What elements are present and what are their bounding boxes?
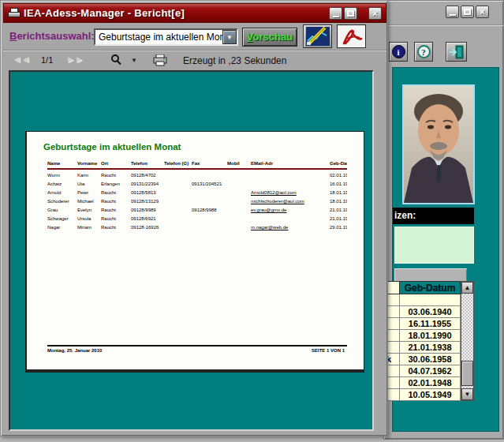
report-table-row: ArnoldPeterRaucht09128/5813Arnold0812@ao… xyxy=(47,189,347,198)
report-column-header: Telefon (G) xyxy=(164,160,192,167)
report-table-row: SchodererMichaelRaucht09128/13129michlsc… xyxy=(47,198,347,207)
grid-date-cell[interactable]: 03.06.1940 xyxy=(400,306,461,318)
print-button[interactable] xyxy=(153,54,167,69)
report-table-cell: Raucht xyxy=(101,224,131,233)
grid-date-cell[interactable]: 30.06.1958 xyxy=(400,354,461,365)
zoom-button[interactable] xyxy=(111,54,124,67)
grid-row: 18.01.1990 xyxy=(384,330,461,342)
report-table-cell xyxy=(192,172,227,181)
label-accel-char: B xyxy=(9,30,17,42)
maximize-button[interactable] xyxy=(344,7,357,20)
preview-accel-char: V xyxy=(247,31,253,43)
grid-date-cell[interactable] xyxy=(400,294,461,306)
title-bar[interactable]: IEA-Adess-Manager - Bericht[e] × xyxy=(3,3,386,23)
report-table-cell: Raucht xyxy=(101,198,131,207)
header-separator-line xyxy=(47,168,347,170)
preview-button[interactable]: Vorschau xyxy=(242,28,297,47)
grid-date-cell[interactable]: 04.07.1962 xyxy=(400,365,461,377)
report-table-cell xyxy=(192,198,227,207)
report-table-cell: Miriam xyxy=(77,224,101,233)
desktop: × i ? xyxy=(0,0,504,442)
report-window: IEA-Adess-Manager - Bericht[e] × Bericht… xyxy=(0,0,388,436)
zoom-dropdown-button[interactable]: ▼ xyxy=(131,57,137,64)
report-table-cell: 09131/204521 xyxy=(192,181,227,189)
report-table-cell xyxy=(227,172,251,181)
info-button[interactable]: i xyxy=(389,42,408,62)
notes-section-label: izen: xyxy=(393,208,474,224)
report-table-cell xyxy=(251,181,330,189)
report-table-cell: 02.01.1946 xyxy=(330,172,347,181)
report-table-cell xyxy=(164,189,192,198)
notes-textarea[interactable] xyxy=(394,227,474,264)
report-table-cell: ev.grau@gmx.de xyxy=(251,207,330,215)
report-table-cell xyxy=(192,215,227,224)
report-table-cell: 09128/4702 xyxy=(131,172,164,181)
minimize-button[interactable] xyxy=(446,6,459,18)
report-table-cell: Wurm xyxy=(47,172,77,181)
report-table-cell: Raucht xyxy=(101,207,131,215)
first-page-button[interactable]: ◀ xyxy=(14,55,20,63)
report-table-cell: Achatz xyxy=(47,181,77,189)
scroll-up-button[interactable]: ▲ xyxy=(461,282,473,294)
last-page-button[interactable]: ▶ xyxy=(77,55,82,63)
grid-date-cell[interactable]: 21.01.1938 xyxy=(400,342,461,354)
grid-row: 10.05.1949 xyxy=(384,389,461,401)
close-button[interactable]: × xyxy=(368,7,382,20)
report-table-cell xyxy=(164,224,192,233)
help-button[interactable]: ? xyxy=(414,42,433,62)
minimize-button[interactable] xyxy=(329,7,342,20)
grid-date-cell[interactable]: 02.01.1948 xyxy=(400,377,461,389)
next-page-button[interactable]: ▶ xyxy=(68,55,73,63)
grid-date-cell[interactable]: 16.11.1955 xyxy=(400,318,461,330)
grid-row: 21.01.1938 xyxy=(384,342,461,354)
report-table-cell: 09128-16926 xyxy=(131,224,164,233)
close-button[interactable]: × xyxy=(476,6,489,18)
page-indicator: 1/1 xyxy=(41,55,53,65)
report-select-combobox[interactable]: Geburtstage im aktuellen Monat ▼ xyxy=(94,28,238,46)
magnifier-icon xyxy=(111,54,119,62)
report-table-cell xyxy=(227,189,251,198)
scrollbar-thumb[interactable] xyxy=(461,361,473,386)
exit-button[interactable] xyxy=(446,42,467,62)
report-preview-area[interactable]: Geburtstage im aktuellen Monat NameVorna… xyxy=(9,70,374,431)
combobox-value: Geburtstage im aktuellen Monat xyxy=(99,32,233,43)
scroll-down-button[interactable]: ▼ xyxy=(461,388,473,400)
grid-date-cell[interactable]: 10.05.1949 xyxy=(400,389,461,401)
previous-page-button[interactable]: ◀ xyxy=(23,55,28,63)
report-table-cell: 09128/9988 xyxy=(192,207,227,215)
report-column-header: Geb-Datum xyxy=(330,160,347,167)
report-table-cell: 09128/13129 xyxy=(131,198,164,207)
report-table-cell: Erlangen xyxy=(101,181,131,189)
close-icon: × xyxy=(480,7,484,17)
report-table-row: WurmKarinRaucht09128/470202.01.1946 xyxy=(47,172,347,181)
report-table-cell: m.nagar@web.de xyxy=(251,224,330,233)
toolbar-separator xyxy=(386,24,503,26)
report-table-cell xyxy=(227,181,251,189)
background-window-controls: × xyxy=(446,6,489,18)
report-table-cell xyxy=(227,207,251,215)
window-title: IEA-Adess-Manager - Bericht[e] xyxy=(24,7,185,19)
grid-header-geb-datum[interactable]: Geb-Datum xyxy=(400,281,461,294)
report-table-cell: Raucht xyxy=(101,189,131,198)
report-table-cell: Schoderer xyxy=(47,198,77,207)
combobox-dropdown-button[interactable]: ▼ xyxy=(222,30,237,44)
report-table-cell xyxy=(227,224,251,233)
printer-icon xyxy=(153,54,167,66)
report-column-header: Telefon xyxy=(131,160,164,167)
preview-rest: orschau xyxy=(253,31,293,43)
maximize-button[interactable] xyxy=(461,6,474,18)
report-table-cell xyxy=(164,215,192,224)
info-icon: i xyxy=(392,45,405,58)
report-table-cell: 18.01.1990 xyxy=(330,198,347,207)
minimize-icon xyxy=(450,14,456,16)
report-title: Geburtstage im aktuellen Monat xyxy=(43,142,181,152)
grid-scrollbar[interactable]: ▲ ▼ xyxy=(461,281,474,401)
export-chart-button[interactable] xyxy=(303,24,332,48)
grid-body: 03.06.194016.11.195518.01.199021.01.1938… xyxy=(384,294,461,401)
pdf-acrobat-icon xyxy=(340,27,364,46)
export-pdf-button[interactable] xyxy=(337,24,366,48)
report-page: Geburtstage im aktuellen Monat NameVorna… xyxy=(25,131,364,373)
report-table-cell: Grau xyxy=(47,207,77,215)
grid-date-cell[interactable]: 18.01.1990 xyxy=(400,330,461,342)
maximize-icon xyxy=(464,9,471,15)
